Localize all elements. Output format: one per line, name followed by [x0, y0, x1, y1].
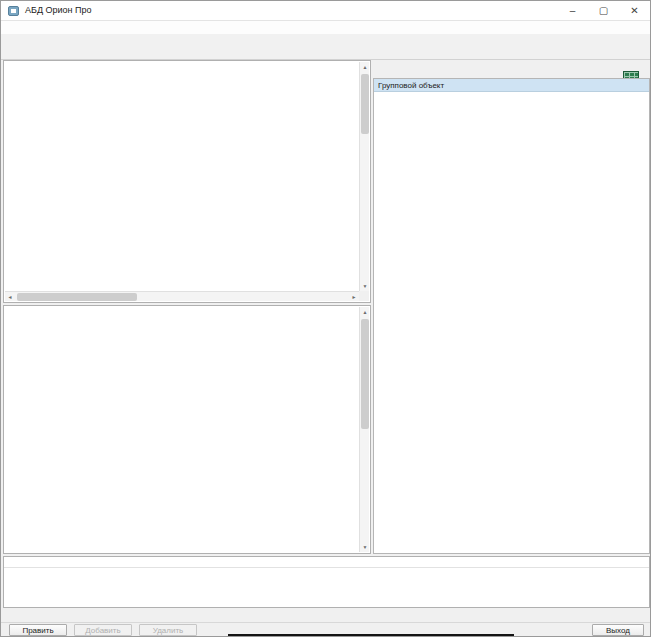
menu-bar: [1, 21, 650, 34]
close-button[interactable]: ✕: [619, 1, 650, 21]
vertical-scrollbar[interactable]: ▲ ▼: [359, 307, 369, 552]
title-bar: АБД Орион Про – ▢ ✕: [1, 1, 650, 21]
vertical-scrollbar[interactable]: ▲ ▼: [359, 62, 369, 291]
window-controls: – ▢ ✕: [557, 1, 650, 21]
scroll-thumb[interactable]: [361, 319, 369, 429]
toolbar: [1, 34, 650, 60]
scroll-right-icon[interactable]: ►: [349, 292, 359, 302]
edit-button[interactable]: Править: [9, 624, 67, 636]
log-panel: [3, 556, 650, 608]
zones-tree-panel: ▲ ▼: [3, 305, 371, 554]
scroll-thumb[interactable]: [17, 293, 137, 301]
app-icon: [8, 6, 19, 16]
maximize-button[interactable]: ▢: [588, 1, 619, 21]
scroll-left-icon[interactable]: ◄: [5, 292, 15, 302]
scroll-thumb[interactable]: [361, 74, 369, 134]
scroll-down-icon[interactable]: ▼: [360, 542, 370, 552]
properties-grid: Групповой объект: [373, 78, 650, 554]
hardware-tree-panel: ▲ ▼ ◄ ►: [3, 60, 371, 303]
window-title: АБД Орион Про: [25, 5, 92, 15]
delete-button[interactable]: Удалить: [139, 624, 197, 636]
log-header: [4, 557, 649, 568]
horizontal-scrollbar[interactable]: ◄ ►: [5, 291, 359, 301]
properties-tabs: [373, 60, 650, 79]
scrollbar-corner: [359, 291, 369, 301]
minimize-button[interactable]: –: [557, 1, 588, 21]
properties-header: Групповой объект: [374, 79, 649, 92]
app-window: АБД Орион Про – ▢ ✕ ▲ ▼ ◄ ► ▲ ▼: [0, 0, 651, 637]
add-button[interactable]: Добавить: [74, 624, 132, 636]
scroll-up-icon[interactable]: ▲: [360, 62, 370, 72]
exit-button[interactable]: Выход: [592, 624, 644, 636]
scroll-up-icon[interactable]: ▲: [360, 307, 370, 317]
properties-header-label: Групповой объект: [374, 79, 545, 91]
scroll-down-icon[interactable]: ▼: [360, 281, 370, 291]
bottom-tabs: [3, 608, 650, 622]
